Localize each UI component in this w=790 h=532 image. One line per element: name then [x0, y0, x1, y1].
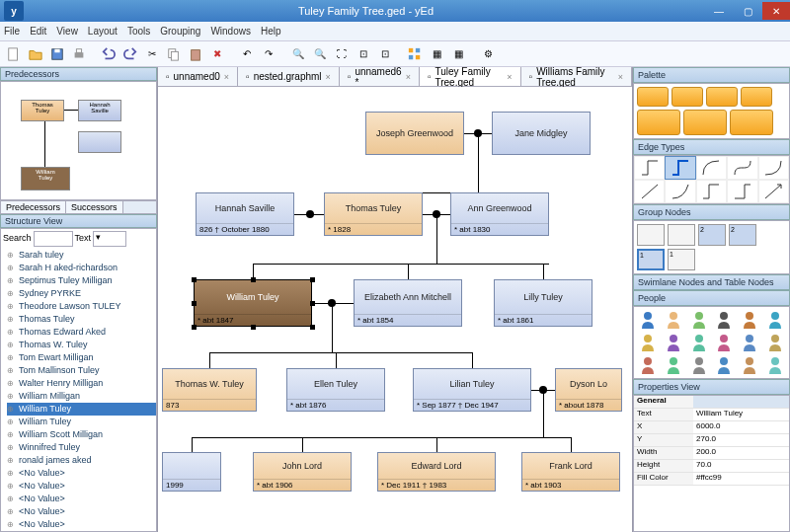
close-tab-icon[interactable]: ×: [326, 72, 331, 82]
menu-windows[interactable]: Windows: [210, 26, 251, 37]
tree-item[interactable]: <No Value>: [7, 518, 156, 531]
tree-item[interactable]: Thomas Edward Aked: [7, 326, 156, 339]
save-icon[interactable]: [47, 44, 67, 64]
group-node[interactable]: 2: [729, 224, 756, 246]
selection-handle[interactable]: [251, 277, 256, 282]
selection-handle[interactable]: [310, 277, 315, 282]
menu-view[interactable]: View: [56, 26, 78, 37]
print-icon[interactable]: [69, 44, 89, 64]
tree-item[interactable]: Tom Mallinson Tuley: [7, 364, 156, 377]
layout-icon[interactable]: [405, 44, 425, 64]
tree-item[interactable]: <No Value>: [7, 493, 156, 505]
zoom-in-icon[interactable]: 🔍: [288, 44, 308, 64]
tree-item[interactable]: ronald james aked: [7, 454, 156, 467]
group-node[interactable]: [637, 224, 665, 246]
edge-type[interactable]: [634, 180, 665, 203]
selection-handle[interactable]: [192, 325, 197, 330]
document-tab[interactable]: ▫Tuley Family Tree.ged×: [420, 67, 521, 86]
edge-type[interactable]: [696, 180, 727, 203]
people-title[interactable]: People: [633, 290, 790, 306]
overview-diagram[interactable]: ThomasTuley HannahSaville WilliamTuley: [0, 81, 157, 200]
tree-item[interactable]: Walter Henry Milligan: [7, 377, 156, 390]
edge-type[interactable]: [727, 180, 757, 203]
menu-grouping[interactable]: Grouping: [160, 26, 200, 37]
paste-icon[interactable]: [186, 44, 205, 64]
graph-node-william[interactable]: William Tuley* abt 1847: [194, 279, 312, 327]
shape-rounded-rect[interactable]: [637, 87, 669, 107]
tree-item[interactable]: Theodore Lawson TULEY: [7, 300, 156, 313]
selection-handle[interactable]: [310, 325, 315, 330]
person-icon[interactable]: [686, 332, 711, 353]
zoom-out-icon[interactable]: 🔍: [310, 44, 330, 64]
person-icon[interactable]: [712, 309, 737, 331]
edge-type[interactable]: [758, 180, 789, 203]
group-node[interactable]: 1: [668, 249, 695, 270]
cut-icon[interactable]: ✂: [142, 44, 162, 64]
predecessors-panel-title[interactable]: Predecessors: [0, 67, 157, 81]
person-icon[interactable]: [712, 354, 737, 376]
tree-item[interactable]: Winnifred Tuley: [7, 441, 156, 454]
selection-handle[interactable]: [192, 277, 197, 282]
graph-node-edward[interactable]: Edward Lord* Dec 1911 † 1983: [377, 452, 496, 492]
selection-handle[interactable]: [251, 325, 256, 330]
edge-type[interactable]: [665, 156, 695, 180]
group-node[interactable]: [668, 224, 695, 246]
prop-value[interactable]: 70.0: [693, 460, 789, 472]
copy-icon[interactable]: [164, 44, 184, 64]
graph-canvas[interactable]: Joseph GreenwoodJane MidgleyHannah Savil…: [158, 87, 632, 532]
menu-tools[interactable]: Tools: [127, 26, 150, 37]
graph-node-trunc[interactable]: 1999: [162, 452, 221, 492]
people-palette[interactable]: [633, 306, 790, 379]
edge-type[interactable]: [758, 156, 789, 180]
open-icon[interactable]: [26, 44, 45, 64]
shape-rounded-rect[interactable]: [706, 87, 738, 107]
undo-icon[interactable]: [99, 44, 118, 64]
layout2-icon[interactable]: ▦: [427, 44, 446, 64]
graph-node-frank[interactable]: Frank Lord* abt 1903: [521, 452, 620, 492]
tab-successors[interactable]: Successors: [66, 201, 123, 213]
graph-node-lilly[interactable]: Lilly Tuley* abt 1861: [494, 279, 592, 327]
shape-rect[interactable]: [730, 110, 773, 135]
graph-node-hannah[interactable]: Hannah Saville826 † October 1880: [196, 192, 294, 236]
shape-rounded-rect[interactable]: [741, 87, 772, 107]
menu-help[interactable]: Help: [261, 26, 281, 37]
shape-rect[interactable]: [637, 110, 680, 135]
person-icon[interactable]: [686, 309, 711, 331]
tree-item[interactable]: William Tuley: [7, 416, 156, 428]
search-input[interactable]: [34, 231, 73, 247]
document-tab[interactable]: ▫Williams Family Tree.ged×: [521, 67, 632, 86]
edge-types-title[interactable]: Edge Types: [633, 139, 790, 155]
edge-type[interactable]: [727, 156, 757, 180]
close-tab-icon[interactable]: ×: [224, 72, 229, 82]
graph-node-thomasw[interactable]: Thomas W. Tuley873: [162, 368, 257, 412]
person-icon[interactable]: [636, 309, 661, 331]
shape-rounded-rect[interactable]: [672, 87, 703, 107]
selection-handle[interactable]: [192, 301, 197, 306]
selection-handle[interactable]: [310, 301, 315, 306]
prop-value[interactable]: William Tuley: [693, 409, 789, 420]
layout3-icon[interactable]: ▦: [448, 44, 468, 64]
edge-types-grid[interactable]: [633, 155, 790, 204]
person-icon[interactable]: [738, 354, 762, 376]
graph-node-thomas[interactable]: Thomas Tuley* 1828: [324, 192, 423, 236]
graph-node-lilian[interactable]: Lilian Tuley* Sep 1877 † Dec 1947: [413, 368, 531, 412]
document-tab[interactable]: ▫unnamed6 *×: [340, 67, 420, 86]
graph-node-eliza[interactable]: Elizabeth Ann Mitchell* abt 1854: [354, 279, 462, 327]
document-tab[interactable]: ▫unnamed0×: [158, 67, 238, 86]
tree-item[interactable]: Thomas W. Tuley: [7, 339, 156, 351]
group-nodes-grid[interactable]: 2 2 1 1: [633, 220, 790, 274]
person-icon[interactable]: [662, 354, 686, 376]
graph-node-jane[interactable]: Jane Midgley: [492, 112, 591, 155]
edge-type[interactable]: [696, 156, 727, 180]
undo2-icon[interactable]: ↶: [237, 44, 257, 64]
search-type-select[interactable]: ▾: [93, 231, 126, 247]
shape-rect[interactable]: [683, 110, 727, 135]
close-tab-icon[interactable]: ×: [618, 72, 623, 82]
group-node-selected[interactable]: 1: [637, 249, 665, 270]
edge-type[interactable]: [634, 156, 665, 180]
person-icon[interactable]: [738, 332, 762, 353]
person-icon[interactable]: [762, 354, 787, 376]
settings-icon[interactable]: ⚙: [478, 44, 498, 64]
tree-item[interactable]: <No Value>: [7, 480, 156, 493]
person-icon[interactable]: [662, 309, 686, 331]
